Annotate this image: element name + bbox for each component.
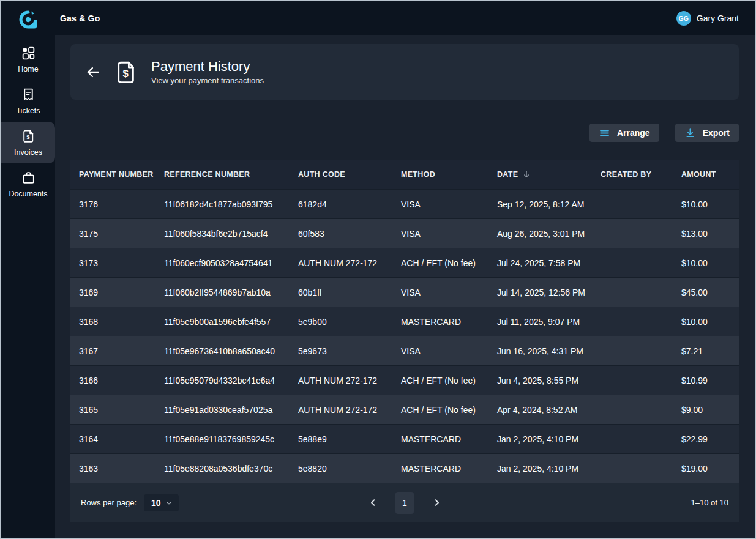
- table-cell: 5e9b00: [290, 317, 392, 327]
- chevron-right-icon: [432, 497, 442, 508]
- table-cell: $19.00: [673, 464, 739, 474]
- user-avatar: GG: [676, 11, 691, 26]
- invoice-icon: $: [20, 128, 36, 144]
- table-cell: ACH / EFT (No fee): [392, 376, 488, 385]
- main-area: Gas & Go GG Gary Grant $: [55, 1, 755, 538]
- current-page-button[interactable]: 1: [395, 492, 414, 514]
- table-cell: 3168: [70, 317, 155, 327]
- table-row[interactable]: 316711f05e96736410b8a650ac405e9673VISAJu…: [70, 336, 739, 365]
- table-cell: $45.00: [673, 288, 739, 297]
- svg-text:$: $: [123, 68, 129, 80]
- page-range-label: 1–10 of 10: [691, 498, 728, 507]
- table-row[interactable]: 316411f05e88e91183769859245c5e88e9MASTER…: [70, 424, 739, 453]
- table-row[interactable]: 316811f05e9b00a1596ebfe4f5575e9b00MASTER…: [70, 307, 739, 336]
- column-header-label: METHOD: [401, 170, 435, 179]
- table-cell: 11f05e95079d4332bc41e6a4: [155, 376, 290, 385]
- table-cell: 11f05e88208a0536bdfe370c: [155, 464, 290, 474]
- column-header-payment-number[interactable]: PAYMENT NUMBER: [70, 170, 155, 179]
- table-cell: $10.00: [673, 258, 739, 268]
- table-row[interactable]: 317311f060ecf9050328a4754641AUTH NUM 272…: [70, 248, 739, 277]
- table-cell: 60f583: [290, 229, 392, 239]
- table-cell: Sep 12, 2025, 8:12 AM: [488, 199, 592, 209]
- briefcase-icon: [20, 169, 36, 185]
- table-cell: $10.99: [673, 376, 739, 385]
- sidebar-item-tickets[interactable]: Tickets: [1, 80, 55, 122]
- table-cell: Jun 16, 2025, 4:31 PM: [488, 346, 592, 356]
- table-cell: $7.21: [673, 346, 739, 356]
- table-cell: AUTH NUM 272-172: [290, 258, 392, 268]
- table-cell: AUTH NUM 272-172: [290, 405, 392, 415]
- sidebar-item-documents[interactable]: Documents: [1, 163, 55, 205]
- table-row[interactable]: 317611f06182d4c1877ab093f7956182d4VISASe…: [70, 189, 739, 218]
- column-header-method[interactable]: METHOD: [392, 170, 488, 179]
- page-header-card: $ Payment History View your payment tran…: [70, 44, 739, 100]
- column-header-date[interactable]: DATE: [488, 169, 592, 179]
- chevron-down-icon: [165, 499, 173, 507]
- table-cell: VISA: [392, 199, 488, 209]
- payment-document-icon: $: [113, 59, 139, 85]
- column-header-reference-number[interactable]: REFERENCE NUMBER: [155, 170, 290, 179]
- table-cell: Jun 4, 2025, 8:55 PM: [488, 376, 592, 385]
- table-row[interactable]: 317511f060f5834bf6e2b715acf460f583VISAAu…: [70, 218, 739, 248]
- arrange-button[interactable]: Arrange: [589, 124, 659, 142]
- table-row[interactable]: 316511f05e91ad0330ceaf57025aAUTH NUM 272…: [70, 395, 739, 424]
- payments-table: PAYMENT NUMBERREFERENCE NUMBERAUTH CODEM…: [70, 160, 739, 522]
- rows-per-page-label: Rows per page:: [81, 498, 137, 507]
- table-cell: 5e8820: [290, 464, 392, 474]
- page-content: $ Payment History View your payment tran…: [55, 35, 755, 538]
- table-cell: 6182d4: [290, 199, 392, 209]
- table-cell: AUTH NUM 272-172: [290, 376, 392, 385]
- user-menu[interactable]: GG Gary Grant: [676, 11, 739, 26]
- svg-text:$: $: [26, 134, 30, 140]
- export-label: Export: [703, 128, 730, 138]
- table-cell: 3169: [70, 288, 155, 297]
- table-cell: VISA: [392, 288, 488, 297]
- column-header-auth-code[interactable]: AUTH CODE: [290, 170, 392, 179]
- table-cell: 3163: [70, 464, 155, 474]
- user-name: Gary Grant: [697, 13, 739, 23]
- sidebar-item-home[interactable]: Home: [1, 39, 55, 80]
- table-cell: 11f05e91ad0330ceaf57025a: [155, 405, 290, 415]
- sidebar-nav: Home Tickets $: [1, 39, 55, 205]
- page-subtitle: View your payment transactions: [151, 76, 264, 85]
- table-cell: 11f060ecf9050328a4754641: [155, 258, 290, 268]
- table-cell: 11f05e9b00a1596ebfe4f557: [155, 317, 290, 327]
- table-cell: MASTERCARD: [392, 464, 488, 474]
- page-heading: Payment History View your payment transa…: [151, 59, 264, 85]
- sidebar-item-invoices[interactable]: $ Invoices: [1, 122, 55, 163]
- page-title: Payment History: [151, 59, 264, 75]
- column-header-label: AUTH CODE: [298, 170, 345, 179]
- chevron-left-icon: [368, 497, 378, 508]
- rows-per-page-select[interactable]: 10: [144, 494, 179, 511]
- back-button[interactable]: [85, 64, 101, 80]
- previous-page-button[interactable]: [366, 496, 380, 510]
- table-row[interactable]: 316911f060b2ff9544869b7ab10a60b1ffVISAJu…: [70, 277, 739, 307]
- next-page-button[interactable]: [430, 496, 443, 510]
- table-cell: 5e88e9: [290, 434, 392, 444]
- page-navigation: 1: [366, 492, 443, 514]
- table-cell: ACH / EFT (No fee): [392, 405, 488, 415]
- table-cell: $9.00: [673, 405, 739, 415]
- column-header-amount[interactable]: AMOUNT: [673, 170, 739, 179]
- arrange-lines-icon: [599, 127, 610, 139]
- brand-logo-icon: [18, 9, 39, 30]
- table-cell: 3173: [70, 258, 155, 268]
- sidebar-item-label: Documents: [9, 190, 47, 198]
- table-cell: VISA: [392, 346, 488, 356]
- table-row[interactable]: 316611f05e95079d4332bc41e6a4AUTH NUM 272…: [70, 365, 739, 395]
- table-row[interactable]: 316311f05e88208a0536bdfe370c5e8820MASTER…: [70, 453, 739, 483]
- download-icon: [684, 127, 696, 139]
- export-button[interactable]: Export: [675, 124, 739, 142]
- column-header-created-by[interactable]: CREATED BY: [592, 170, 673, 179]
- sidebar-item-label: Home: [18, 65, 38, 73]
- table-cell: 60b1ff: [290, 288, 392, 297]
- rows-per-page: Rows per page: 10: [81, 494, 179, 511]
- sidebar: Home Tickets $: [1, 1, 55, 538]
- table-cell: $10.00: [673, 199, 739, 209]
- column-header-label: DATE: [497, 170, 518, 179]
- table-cell: $13.00: [673, 229, 739, 239]
- table-cell: VISA: [392, 229, 488, 239]
- sidebar-item-label: Invoices: [14, 148, 42, 157]
- table-cell: $10.00: [673, 317, 739, 327]
- table-cell: 3176: [70, 199, 155, 209]
